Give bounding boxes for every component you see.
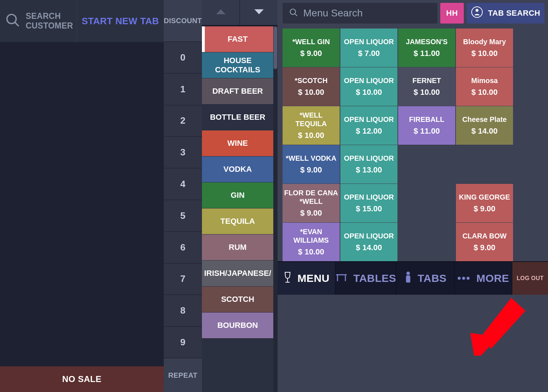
key-6[interactable]: 6 <box>164 232 202 264</box>
category-gin[interactable]: GIN <box>202 182 273 208</box>
item-open-liquor[interactable]: OPEN LIQUOR$ 7.00 <box>340 29 397 67</box>
key-7[interactable]: 7 <box>164 264 202 295</box>
category-house-cocktails[interactable]: HOUSE COCKTAILS <box>202 52 273 78</box>
category-bourbon[interactable]: BOURBON <box>202 313 273 338</box>
order-panel: SEARCH CUSTOMER START NEW TAB NO SALE <box>0 0 164 392</box>
logout-button[interactable]: LOG OUT <box>512 262 548 295</box>
svg-point-0 <box>7 15 16 24</box>
category-scotch[interactable]: SCOTCH <box>202 287 273 312</box>
nav-more-label: MORE <box>476 272 509 284</box>
main-panel: HH TAB SEARCH *WELL GIN$ 9.00OPEN LIQUOR… <box>278 0 548 392</box>
item-mimosa[interactable]: Mimosa$ 10.00 <box>456 67 513 106</box>
item--evan-williams[interactable]: *EVAN WILLIAMS$ 10.00 <box>283 223 340 261</box>
key-3[interactable]: 3 <box>164 137 202 169</box>
item-open-liquor[interactable]: OPEN LIQUOR$ 12.00 <box>340 106 397 145</box>
item-king-george[interactable]: KING GEORGE$ 9.00 <box>456 184 513 222</box>
category-bottle-beer[interactable]: BOTTLE BEER <box>202 104 273 130</box>
item-flor-de-cana-well[interactable]: FLOR DE CANA *WELL$ 9.00 <box>283 184 340 222</box>
item-name: *EVAN WILLIAMS <box>284 227 338 244</box>
start-new-tab-button[interactable]: START NEW TAB <box>77 0 164 42</box>
key-0[interactable]: 0 <box>164 42 202 74</box>
category-irish-japanese-[interactable]: IRISH/JAPANESE/ <box>202 261 273 286</box>
arrow-up-button[interactable] <box>202 0 240 25</box>
item-cheese-plate[interactable]: Cheese Plate$ 14.00 <box>456 106 513 145</box>
svg-point-4 <box>290 9 295 14</box>
menu-search-input[interactable] <box>303 7 431 19</box>
tab-search-label: TAB SEARCH <box>488 9 541 18</box>
nav-tables-label: TABLES <box>353 272 396 284</box>
item-name: OPEN LIQUOR <box>344 115 394 124</box>
category-arrows <box>202 0 278 26</box>
item-clara-bow[interactable]: CLARA BOW$ 9.00 <box>456 223 513 261</box>
discount-button[interactable]: DISCOUNT <box>164 0 202 42</box>
item-price: $ 10.00 <box>471 88 497 97</box>
category-draft-beer[interactable]: DRAFT BEER <box>202 78 273 104</box>
key-9[interactable]: 9 <box>164 327 202 359</box>
item-fernet[interactable]: FERNET$ 10.00 <box>398 67 455 106</box>
item-name: Cheese Plate <box>462 115 507 124</box>
item-price: $ 7.00 <box>358 49 380 58</box>
item-open-liquor[interactable]: OPEN LIQUOR$ 14.00 <box>340 223 397 261</box>
empty-slot <box>398 184 455 222</box>
category-list[interactable]: FASTHOUSE COCKTAILSDRAFT BEERBOTTLE BEER… <box>202 26 278 392</box>
category-wine[interactable]: WINE <box>202 130 273 156</box>
key-2[interactable]: 2 <box>164 105 202 137</box>
item-bloody-mary[interactable]: Bloody Mary$ 10.00 <box>456 29 513 67</box>
svg-marker-9 <box>470 333 498 356</box>
item-price: $ 10.00 <box>298 88 324 97</box>
tab-search-button[interactable]: TAB SEARCH <box>467 3 544 24</box>
svg-marker-2 <box>216 9 225 14</box>
item-open-liquor[interactable]: OPEN LIQUOR$ 13.00 <box>340 145 397 184</box>
happy-hour-button[interactable]: HH <box>440 3 464 24</box>
category-vodka[interactable]: VODKA <box>202 156 273 182</box>
item-name: *WELL GIN <box>292 37 330 46</box>
person-search-icon <box>471 6 483 20</box>
item-name: OPEN LIQUOR <box>344 154 394 163</box>
category-column: FASTHOUSE COCKTAILSDRAFT BEERBOTTLE BEER… <box>202 0 278 392</box>
item--well-vodka[interactable]: *WELL VODKA$ 9.00 <box>283 145 340 184</box>
item-price: $ 10.00 <box>298 131 324 140</box>
nav-more[interactable]: ••• MORE <box>455 262 512 295</box>
search-icon <box>5 12 21 30</box>
svg-line-1 <box>15 22 19 26</box>
nav-tables[interactable]: TABLES <box>335 262 396 295</box>
nav-menu-label: MENU <box>298 272 330 284</box>
repeat-button[interactable]: REPEAT <box>164 359 202 392</box>
item--well-gin[interactable]: *WELL GIN$ 9.00 <box>283 29 340 67</box>
key-1[interactable]: 1 <box>164 74 202 105</box>
empty-slot <box>398 223 455 261</box>
item-name: OPEN LIQUOR <box>344 193 394 201</box>
category-scrollbar[interactable] <box>273 26 278 392</box>
category-rum[interactable]: RUM <box>202 234 273 260</box>
key-5[interactable]: 5 <box>164 200 202 232</box>
item--scotch[interactable]: *SCOTCH$ 10.00 <box>283 67 340 106</box>
item-price: $ 12.00 <box>356 127 382 136</box>
category-fast[interactable]: FAST <box>202 26 273 52</box>
more-icon: ••• <box>457 272 471 284</box>
item-name: JAMESON'S <box>406 37 447 46</box>
item-open-liquor[interactable]: OPEN LIQUOR$ 10.00 <box>340 67 397 106</box>
scrollbar-thumb[interactable] <box>274 26 277 69</box>
arrow-down-button[interactable] <box>240 0 278 25</box>
nav-menu[interactable]: MENU <box>278 262 335 295</box>
key-4[interactable]: 4 <box>164 169 202 200</box>
item-price: $ 11.00 <box>413 127 440 136</box>
menu-search[interactable] <box>283 3 437 24</box>
nav-tabs-label: TABS <box>418 272 447 284</box>
chevron-down-icon <box>254 8 264 17</box>
category-tequila[interactable]: TEQUILA <box>202 208 273 234</box>
order-lines <box>0 42 164 366</box>
empty-slot <box>456 145 513 184</box>
item-fireball[interactable]: FIREBALL$ 11.00 <box>398 106 455 145</box>
item-name: FIREBALL <box>409 115 445 124</box>
annotation-arrow-icon <box>445 295 531 356</box>
search-customer-button[interactable]: SEARCH CUSTOMER <box>0 0 77 42</box>
nav-tabs[interactable]: TABS <box>396 262 454 295</box>
key-8[interactable]: 8 <box>164 295 202 327</box>
item-jameson-s[interactable]: JAMESON'S$ 11.00 <box>398 29 455 67</box>
no-sale-button[interactable]: NO SALE <box>0 366 164 392</box>
item--well-tequila[interactable]: *WELL TEQUILA$ 10.00 <box>283 106 340 145</box>
item-open-liquor[interactable]: OPEN LIQUOR$ 15.00 <box>340 184 397 222</box>
item-price: $ 10.00 <box>413 88 440 97</box>
item-price: $ 10.00 <box>298 247 324 257</box>
